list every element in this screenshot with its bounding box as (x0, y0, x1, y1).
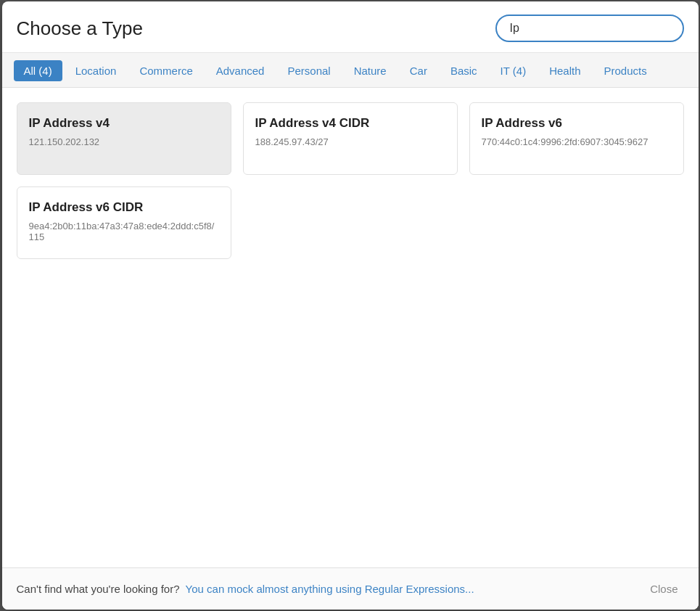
type-card-title: IP Address v6 CIDR (29, 200, 219, 215)
tab-car[interactable]: Car (400, 60, 437, 81)
footer-message: Can't find what you're looking for? You … (17, 583, 474, 595)
tab-location[interactable]: Location (65, 60, 127, 81)
type-card-ipv6cidr[interactable]: IP Address v6 CIDR9ea4:2b0b:11ba:47a3:47… (17, 186, 231, 259)
tab-nature[interactable]: Nature (344, 60, 397, 81)
type-card-title: IP Address v4 (29, 116, 219, 131)
tabs-bar: All (4)LocationCommerceAdvancedPersonalN… (2, 53, 699, 88)
tab-products[interactable]: Products (593, 60, 656, 81)
choose-type-modal: Choose a Type All (4)LocationCommerceAdv… (2, 1, 699, 610)
tab-health[interactable]: Health (539, 60, 590, 81)
type-card-ipv4[interactable]: IP Address v4121.150.202.132 (17, 102, 231, 175)
tab-all[interactable]: All (4) (14, 60, 62, 81)
type-card-title: IP Address v6 (482, 116, 672, 131)
modal-title: Choose a Type (17, 17, 143, 40)
type-card-ipv4cidr[interactable]: IP Address v4 CIDR188.245.97.43/27 (243, 102, 458, 175)
tabs-row: All (4)LocationCommerceAdvancedPersonalN… (14, 60, 687, 87)
type-card-example: 121.150.202.132 (29, 136, 219, 147)
type-card-example: 188.245.97.43/27 (255, 136, 445, 147)
modal-header: Choose a Type (2, 1, 699, 53)
modal-footer: Can't find what you're looking for? You … (2, 567, 699, 610)
types-grid: IP Address v4121.150.202.132IP Address v… (17, 102, 684, 259)
type-card-example: 770:44c0:1c4:9996:2fd:6907:3045:9627 (482, 136, 672, 147)
footer-link[interactable]: You can mock almost anything using Regul… (186, 583, 474, 595)
tab-advanced[interactable]: Advanced (206, 60, 275, 81)
tab-personal[interactable]: Personal (277, 60, 340, 81)
search-input[interactable] (495, 15, 684, 42)
tab-it[interactable]: IT (4) (490, 60, 537, 81)
type-card-example: 9ea4:2b0b:11ba:47a3:47a8:ede4:2ddd:c5f8/… (29, 221, 219, 242)
modal-body: IP Address v4121.150.202.132IP Address v… (2, 88, 699, 567)
tab-basic[interactable]: Basic (440, 60, 487, 81)
close-button[interactable]: Close (644, 580, 683, 598)
tab-commerce[interactable]: Commerce (129, 60, 202, 81)
type-card-ipv6[interactable]: IP Address v6770:44c0:1c4:9996:2fd:6907:… (469, 102, 684, 175)
type-card-title: IP Address v4 CIDR (255, 116, 445, 131)
